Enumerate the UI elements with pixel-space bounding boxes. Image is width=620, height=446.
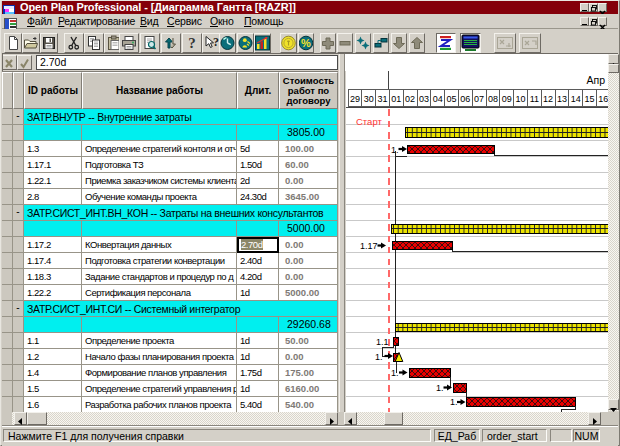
svg-text:04: 04: [433, 94, 443, 104]
svg-text:16: 16: [598, 94, 608, 104]
svg-text:08: 08: [488, 94, 498, 104]
svg-text:12: 12: [543, 94, 553, 104]
svg-text:30: 30: [364, 94, 374, 104]
svg-text:1.: 1.: [391, 368, 399, 378]
svg-text:05: 05: [446, 94, 456, 104]
svg-text:10: 10: [515, 94, 525, 104]
svg-text:Апр: Апр: [586, 74, 605, 86]
svg-text:1.: 1.: [391, 145, 399, 155]
svg-text:11: 11: [530, 94, 539, 104]
svg-text:01: 01: [391, 94, 401, 104]
svg-text:1.: 1.: [375, 352, 383, 362]
svg-text:14: 14: [571, 94, 581, 104]
svg-text:1.: 1.: [436, 383, 444, 393]
svg-text:02: 02: [405, 94, 415, 104]
svg-text:1.17: 1.17: [360, 241, 378, 251]
svg-text:%: %: [301, 37, 311, 49]
svg-text:06: 06: [460, 94, 470, 104]
svg-text:13: 13: [557, 94, 567, 104]
svg-text:?: ?: [188, 35, 196, 51]
svg-text:Старт: Старт: [356, 116, 382, 127]
svg-text:07: 07: [474, 94, 484, 104]
svg-text:1.: 1.: [450, 397, 458, 407]
svg-text:09: 09: [502, 94, 512, 104]
svg-text:1.1: 1.1: [376, 337, 389, 347]
svg-text:03: 03: [419, 94, 429, 104]
svg-text:29: 29: [350, 94, 360, 104]
svg-text:31: 31: [377, 94, 387, 104]
svg-text:15: 15: [584, 94, 594, 104]
